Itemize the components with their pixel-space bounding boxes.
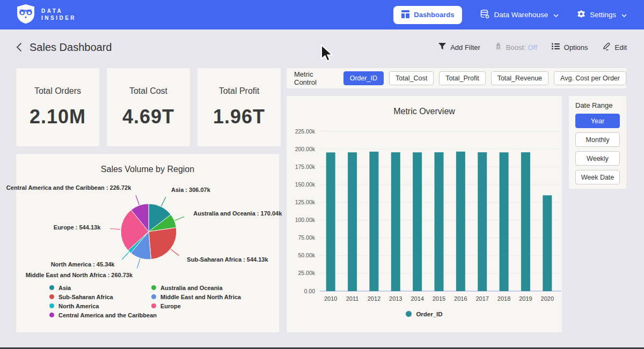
- boost-label: Boost:: [506, 43, 526, 51]
- metric-control-label: Metric Control: [294, 70, 331, 86]
- kpi-label: Total Orders: [34, 86, 81, 96]
- legend-item-north-america[interactable]: North America: [49, 303, 157, 309]
- options-button[interactable]: Options: [552, 43, 588, 51]
- bar-chart-title: Metric Overview: [287, 96, 562, 116]
- pie-label: Europe : 544.13k: [54, 224, 101, 231]
- svg-text:2014: 2014: [411, 295, 423, 302]
- bar-2017[interactable]: [478, 152, 487, 291]
- bar-2014[interactable]: [413, 152, 422, 291]
- date-range-card: Date Range YearMonthlyWeeklyWeek Date: [569, 96, 626, 189]
- bar-chart[interactable]: 0.0025.00k50.00k75.00k100.00k125.00k150.…: [287, 122, 562, 309]
- pie-legend-column: Australia and OceaniaMiddle East and Nor…: [151, 285, 241, 309]
- svg-text:2010: 2010: [324, 295, 337, 302]
- kpi-card: Total Orders2.10M: [16, 68, 99, 146]
- legend-dot-icon: [49, 294, 54, 299]
- legend-item-asia[interactable]: Asia: [49, 285, 157, 291]
- metric-option-order-id[interactable]: Order_ID: [343, 71, 384, 85]
- bar-2016[interactable]: [456, 152, 465, 291]
- app-window: DATA INSIDER Dashboards: [0, 0, 644, 349]
- kpi-value: 4.69T: [122, 106, 174, 128]
- bar-2013[interactable]: [391, 152, 400, 291]
- legend-item-middle-east-and-north-africa[interactable]: Middle East and North Africa: [151, 294, 241, 300]
- svg-text:25.00k: 25.00k: [298, 270, 315, 276]
- date-range-option-monthly[interactable]: Monthly: [575, 132, 620, 147]
- kpi-value: 1.96T: [213, 106, 265, 128]
- svg-text:2016: 2016: [454, 295, 467, 302]
- metric-option-total-revenue[interactable]: Total_Revenue: [491, 71, 548, 85]
- svg-text:2015: 2015: [433, 295, 445, 302]
- date-range-option-week-date[interactable]: Week Date: [575, 170, 620, 184]
- bar-2012[interactable]: [369, 152, 378, 291]
- legend-item-sub-saharan-africa[interactable]: Sub-Saharan Africa: [49, 294, 157, 300]
- legend-dot-icon: [151, 303, 156, 308]
- date-range-option-weekly[interactable]: Weekly: [575, 151, 620, 166]
- data-warehouse-label: Data Warehouse: [494, 11, 548, 19]
- database-icon: [480, 10, 489, 20]
- pie-chart[interactable]: Asia : 306.07kAustralia and Oceania : 17…: [16, 176, 279, 284]
- options-label: Options: [564, 43, 588, 51]
- metric-option-avg-cost-per-order[interactable]: Avg. Cost per Order: [554, 71, 626, 85]
- legend-label: Central America and the Caribbean: [58, 312, 157, 318]
- metric-control-card: Metric Control Order_IDTotal_CostTotal_P…: [287, 68, 626, 88]
- owl-logo-icon: [16, 4, 35, 26]
- add-filter-button[interactable]: Add Filter: [438, 43, 480, 51]
- svg-text:225.00k: 225.00k: [295, 128, 316, 135]
- bar-2020[interactable]: [543, 195, 552, 291]
- brand-line2: INSIDER: [41, 16, 76, 21]
- metric-option-total-profit[interactable]: Total_Profit: [439, 71, 486, 85]
- legend-item-australia-and-oceania[interactable]: Australia and Oceania: [151, 285, 241, 291]
- pie-label: Asia : 306.07k: [171, 187, 211, 193]
- settings-menu[interactable]: Settings: [577, 10, 627, 20]
- pie-label: Central America and the Caribbean : 226.…: [6, 184, 131, 191]
- svg-text:2013: 2013: [389, 295, 402, 302]
- legend-label: Asia: [58, 285, 71, 291]
- pie-label: Australia and Oceania : 170.04k: [193, 210, 282, 217]
- date-range-option-year[interactable]: Year: [575, 114, 620, 128]
- bar-chart-legend: Order_ID: [287, 311, 562, 317]
- svg-text:175.00k: 175.00k: [295, 164, 316, 170]
- legend-dot-icon: [49, 313, 54, 317]
- legend-label: Middle East and North Africa: [160, 294, 241, 300]
- boost-state: Off: [528, 43, 537, 51]
- kpi-value: 2.10M: [30, 106, 86, 128]
- boost-toggle[interactable]: Boost: Off: [495, 42, 537, 52]
- brand-logo[interactable]: DATA INSIDER: [16, 4, 76, 26]
- legend-item-europe[interactable]: Europe: [151, 303, 241, 309]
- pie-label: Middle East and North Africa : 260.73k: [26, 272, 133, 278]
- top-nav: DATA INSIDER Dashboards: [0, 0, 644, 29]
- dashboards-label: Dashboards: [414, 11, 454, 19]
- bar-2011[interactable]: [348, 152, 357, 291]
- dashboards-button[interactable]: Dashboards: [393, 6, 462, 24]
- page-header: Sales Dashboard Add Filter Boost: Off: [0, 29, 644, 65]
- bar-2019[interactable]: [521, 152, 530, 291]
- svg-text:2011: 2011: [346, 295, 359, 302]
- svg-text:2019: 2019: [519, 295, 532, 302]
- metric-option-total-cost[interactable]: Total_Cost: [389, 71, 434, 85]
- back-button[interactable]: [16, 42, 22, 52]
- bar-2010[interactable]: [326, 152, 335, 291]
- svg-text:200.00k: 200.00k: [295, 146, 316, 152]
- svg-text:2017: 2017: [475, 295, 488, 302]
- edit-button[interactable]: Edit: [603, 42, 627, 52]
- legend-dot-icon: [406, 311, 412, 317]
- chevron-down-icon: [553, 11, 559, 19]
- page-title: Sales Dashboard: [30, 41, 112, 54]
- legend-dot-icon: [151, 285, 156, 290]
- pie-label: Sub-Saharan Africa : 544.13k: [187, 256, 268, 263]
- pie-label: North America : 45.34k: [51, 261, 115, 268]
- add-filter-label: Add Filter: [450, 43, 480, 51]
- kpi-label: Total Profit: [219, 86, 260, 96]
- bar-2018[interactable]: [500, 152, 509, 291]
- legend-item-central-america-and-the-caribbean[interactable]: Central America and the Caribbean: [49, 312, 157, 318]
- brand-text: DATA INSIDER: [41, 9, 76, 21]
- kpi-card: Total Profit1.96T: [197, 68, 281, 146]
- legend-label: Europe: [160, 303, 181, 309]
- pencil-icon: [603, 42, 611, 52]
- pie-slice-sub-saharan-africa[interactable]: [149, 228, 177, 259]
- filter-icon: [438, 43, 446, 51]
- brand-line1: DATA: [41, 9, 76, 14]
- bar-2015[interactable]: [435, 152, 444, 291]
- bar-chart-card: Metric Overview 0.0025.00k50.00k75.00k10…: [287, 96, 562, 332]
- legend-item[interactable]: Order_ID: [406, 311, 442, 317]
- data-warehouse-menu[interactable]: Data Warehouse: [480, 10, 559, 20]
